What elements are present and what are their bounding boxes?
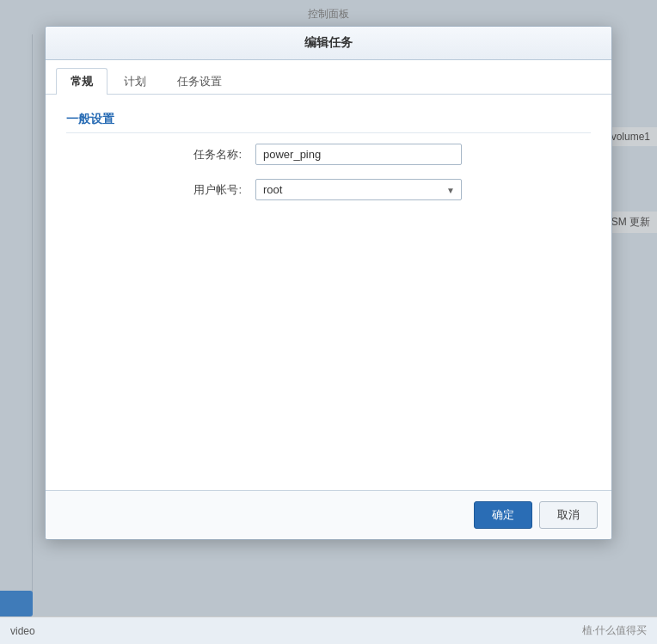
tab-general[interactable]: 常规	[56, 68, 107, 95]
confirm-button[interactable]: 确定	[474, 501, 532, 529]
modal-footer: 确定 取消	[46, 490, 611, 539]
user-account-label: 用户帐号:	[66, 182, 255, 198]
task-name-input[interactable]	[255, 144, 462, 165]
edit-task-modal: 编辑任务 常规 计划 任务设置 一般设置 任务名称:	[45, 26, 612, 540]
bottom-bar-left-label: video	[10, 625, 35, 637]
modal-title: 编辑任务	[304, 35, 353, 49]
tab-task-settings[interactable]: 任务设置	[163, 68, 236, 95]
cancel-button[interactable]: 取消	[539, 501, 598, 529]
bottom-bar-right-label: 植·什么值得买	[582, 623, 647, 638]
task-name-label: 任务名称:	[66, 147, 255, 163]
modal-header: 编辑任务	[46, 27, 611, 60]
section-title-general: 一般设置	[66, 112, 591, 133]
tab-bar: 常规 计划 任务设置	[46, 60, 611, 95]
form-row-task-name: 任务名称:	[66, 144, 591, 165]
user-account-select[interactable]: root admin	[255, 179, 462, 200]
content-area: 一般设置 任务名称: 用户帐号: root admin ▼	[46, 95, 611, 490]
user-account-select-wrapper: root admin ▼	[255, 179, 462, 200]
bottom-bar: video 植·什么值得买	[0, 616, 657, 644]
form-row-user-account: 用户帐号: root admin ▼	[66, 179, 591, 200]
modal-body: 常规 计划 任务设置 一般设置 任务名称: 用户帐号:	[46, 60, 611, 490]
tab-schedule[interactable]: 计划	[109, 68, 161, 95]
